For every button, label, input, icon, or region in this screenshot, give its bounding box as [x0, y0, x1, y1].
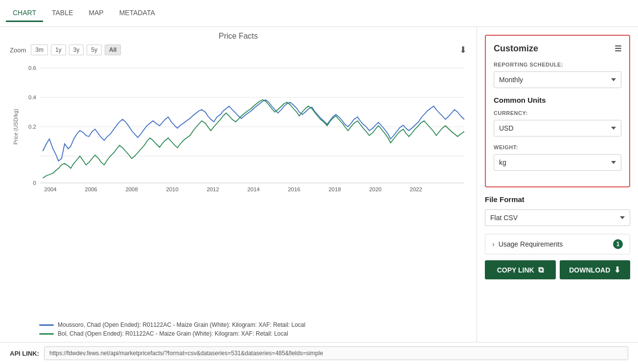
zoom-label: Zoom — [10, 46, 26, 54]
customize-heading: Customize — [494, 44, 538, 54]
weight-group: WEIGHT: kg lb ton — [494, 144, 621, 171]
svg-text:0: 0 — [33, 180, 36, 186]
customize-title-bar: Customize ☰ — [494, 44, 621, 54]
customize-menu-icon[interactable]: ☰ — [615, 44, 621, 53]
svg-text:Price (USD/kg): Price (USD/kg) — [12, 109, 18, 144]
chart-svg-container: Price (USD/kg) 0.6 0.4 0.2 0 2004 2006 2… — [10, 58, 467, 318]
weight-label: WEIGHT: — [494, 144, 621, 150]
svg-text:2018: 2018 — [329, 186, 341, 192]
usage-req-badge: 1 — [613, 239, 623, 249]
reporting-schedule-label: REPORTING SCHEDULE: — [494, 62, 621, 68]
legend-label-1: Bol, Chad (Open Ended): R01122AC - Maize… — [58, 330, 288, 337]
file-format-section: File Format Flat CSV Excel JSON — [485, 195, 630, 226]
download-chart-icon[interactable]: ⬇ — [459, 45, 467, 55]
tab-map[interactable]: MAP — [82, 5, 110, 22]
zoom-controls: Zoom 3m 1y 3y 5y All ⬇ — [10, 45, 467, 55]
main-layout: Price Facts Zoom 3m 1y 3y 5y All ⬇ Price… — [0, 27, 638, 342]
currency-label: CURRENCY: — [494, 110, 621, 116]
svg-text:2010: 2010 — [166, 186, 178, 192]
zoom-all[interactable]: All — [105, 45, 121, 55]
svg-text:2020: 2020 — [369, 186, 382, 192]
api-link-input[interactable] — [44, 346, 628, 360]
common-units-section: Common Units CURRENCY: USD EUR GBP XAF W… — [494, 96, 621, 171]
svg-text:2008: 2008 — [125, 186, 137, 192]
zoom-3y[interactable]: 3y — [69, 45, 84, 55]
copy-link-label: COPY LINK — [497, 266, 534, 274]
chart-legend: Moussoro, Chad (Open Ended): R01122AC - … — [10, 321, 467, 337]
file-format-select[interactable]: Flat CSV Excel JSON — [485, 209, 630, 226]
copy-link-button[interactable]: COPY LINK ⧉ — [485, 260, 556, 279]
zoom-5y[interactable]: 5y — [87, 45, 102, 55]
download-button[interactable]: DOWNLOAD ⬇ — [560, 260, 631, 279]
svg-text:2014: 2014 — [247, 186, 259, 192]
svg-text:2022: 2022 — [410, 186, 422, 192]
zoom-3m[interactable]: 3m — [31, 45, 48, 55]
api-link-bar: API LINK: — [0, 342, 638, 364]
svg-text:2006: 2006 — [85, 186, 97, 192]
download-icon: ⬇ — [614, 265, 620, 274]
reporting-schedule-group: REPORTING SCHEDULE: Monthly Weekly Daily — [494, 62, 621, 88]
common-units-title: Common Units — [494, 96, 621, 104]
customize-panel: Customize ☰ REPORTING SCHEDULE: Monthly … — [477, 27, 638, 342]
svg-text:0.4: 0.4 — [28, 94, 36, 100]
price-chart-svg: Price (USD/kg) 0.6 0.4 0.2 0 2004 2006 2… — [10, 58, 467, 195]
file-format-title: File Format — [485, 195, 630, 204]
legend-line-green — [39, 333, 54, 335]
usage-req-chevron-icon: › — [492, 240, 495, 248]
usage-requirements-row[interactable]: › Usage Requirements 1 — [485, 234, 630, 254]
zoom-1y[interactable]: 1y — [51, 45, 66, 55]
svg-text:0.2: 0.2 — [28, 124, 36, 130]
svg-text:2004: 2004 — [44, 186, 56, 192]
svg-text:2016: 2016 — [288, 186, 300, 192]
svg-text:0.6: 0.6 — [28, 65, 36, 71]
api-link-label: API LINK: — [10, 350, 39, 357]
chart-area: Price Facts Zoom 3m 1y 3y 5y All ⬇ Price… — [0, 27, 477, 342]
copy-link-icon: ⧉ — [538, 266, 544, 274]
legend-item-0: Moussoro, Chad (Open Ended): R01122AC - … — [39, 321, 467, 328]
chart-title: Price Facts — [10, 32, 467, 41]
download-label: DOWNLOAD — [569, 266, 610, 274]
reporting-schedule-select[interactable]: Monthly Weekly Daily — [494, 71, 621, 88]
tab-table[interactable]: TABLE — [45, 5, 80, 22]
tab-chart[interactable]: CHART — [6, 5, 43, 22]
svg-text:2012: 2012 — [206, 186, 219, 192]
legend-line-blue — [39, 324, 54, 326]
legend-item-1: Bol, Chad (Open Ended): R01122AC - Maize… — [39, 330, 467, 337]
customize-inner-panel: Customize ☰ REPORTING SCHEDULE: Monthly … — [485, 35, 630, 187]
weight-select[interactable]: kg lb ton — [494, 154, 621, 171]
currency-select[interactable]: USD EUR GBP XAF — [494, 120, 621, 136]
usage-req-label: Usage Requirements — [499, 240, 613, 248]
action-buttons: COPY LINK ⧉ DOWNLOAD ⬇ — [485, 260, 630, 279]
legend-label-0: Moussoro, Chad (Open Ended): R01122AC - … — [58, 321, 305, 328]
nav-tabs: CHART TABLE MAP METADATA — [0, 0, 638, 27]
tab-metadata[interactable]: METADATA — [113, 5, 162, 22]
currency-group: CURRENCY: USD EUR GBP XAF — [494, 110, 621, 136]
